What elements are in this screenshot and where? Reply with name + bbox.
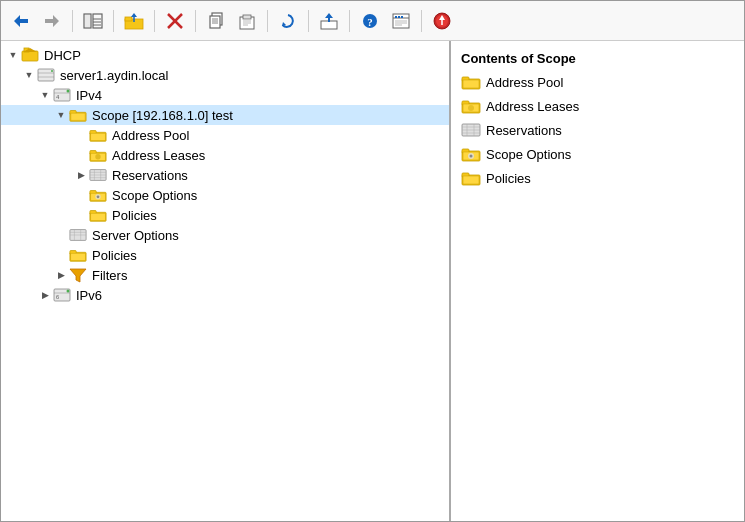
server-label: server1.aydin.local — [58, 67, 170, 84]
scope-options-icon — [89, 186, 107, 204]
content-pane: Contents of Scope Address Pool — [451, 41, 744, 521]
filters-icon — [69, 266, 87, 284]
content-item-policies[interactable]: Policies — [451, 166, 744, 190]
content-item-reservations[interactable]: Reservations — [451, 118, 744, 142]
delete-button[interactable] — [161, 7, 189, 35]
svg-point-87 — [67, 290, 70, 293]
tree-item-ipv4[interactable]: ▼ 4 IPv4 — [1, 85, 449, 105]
address-pool-label: Address Pool — [110, 127, 191, 144]
svg-text:6: 6 — [56, 294, 59, 300]
scope-label: Scope [192.168.1.0] test — [90, 107, 235, 124]
svg-point-50 — [67, 90, 70, 93]
window: ? — [0, 0, 745, 522]
svg-point-61 — [95, 154, 100, 159]
address-leases-icon — [89, 146, 107, 164]
server-options-icon — [69, 226, 87, 244]
svg-point-106 — [470, 155, 473, 158]
address-leases-label: Address Leases — [110, 147, 207, 164]
separator2 — [113, 10, 114, 32]
tree-item-ipv6[interactable]: ▶ 6 IPv6 — [1, 285, 449, 305]
copy-button[interactable] — [202, 7, 230, 35]
ipv4-label: IPv4 — [74, 87, 104, 104]
expander-ipv4[interactable]: ▼ — [37, 87, 53, 103]
ipv6-icon: 6 — [53, 286, 71, 304]
export-button[interactable] — [315, 7, 343, 35]
tree-item-address-pool[interactable]: ▶ Address Pool — [1, 125, 449, 145]
tree-item-reservations[interactable]: ▶ Reservations — [1, 165, 449, 185]
dhcp-label: DHCP — [42, 47, 83, 64]
svg-rect-4 — [85, 15, 90, 27]
tree-item-address-leases[interactable]: ▶ Address Leases — [1, 145, 449, 165]
tree-item-scope[interactable]: ▼ Scope [192.168.1.0] test — [1, 105, 449, 125]
svg-rect-3 — [93, 14, 102, 28]
svg-rect-41 — [22, 51, 38, 61]
tree-item-scope-policies[interactable]: ▶ Policies — [1, 205, 449, 225]
tree-item-filters[interactable]: ▶ Filters — [1, 265, 449, 285]
scope-icon — [69, 106, 87, 124]
content-reservations-icon — [461, 121, 481, 139]
tree-item-server-options[interactable]: ▶ Server Options — [1, 225, 449, 245]
tree-pane: ▼ DHCP ▼ — [1, 41, 451, 521]
svg-marker-0 — [14, 15, 28, 27]
content-header: Contents of Scope — [451, 45, 744, 70]
filters-label: Filters — [90, 267, 129, 284]
content-policies-label: Policies — [486, 171, 531, 186]
refresh-button[interactable] — [274, 7, 302, 35]
content-address-pool-label: Address Pool — [486, 75, 563, 90]
add-button[interactable] — [428, 7, 456, 35]
expander-dhcp[interactable]: ▼ — [5, 47, 21, 63]
tree-item-server[interactable]: ▼ server1.aydin.local — [1, 65, 449, 85]
ipv4-policies-label: Policies — [90, 247, 139, 264]
separator1 — [72, 10, 73, 32]
scope-options-label: Scope Options — [110, 187, 199, 204]
server-icon — [37, 66, 55, 84]
address-pool-icon — [89, 126, 107, 144]
content-policies-icon — [461, 169, 481, 187]
svg-rect-31 — [395, 16, 397, 18]
paste-button[interactable] — [233, 7, 261, 35]
expander-ipv6[interactable]: ▶ — [37, 287, 53, 303]
content-item-scope-options[interactable]: Scope Options — [451, 142, 744, 166]
separator8 — [421, 10, 422, 32]
content-address-pool-icon — [461, 73, 481, 91]
scope-policies-icon — [89, 206, 107, 224]
svg-rect-25 — [321, 21, 337, 29]
back-button[interactable] — [7, 7, 35, 35]
svg-rect-33 — [401, 16, 403, 18]
expander-filters[interactable]: ▶ — [53, 267, 69, 283]
tree-item-scope-options[interactable]: ▶ Scope Options — [1, 185, 449, 205]
separator5 — [267, 10, 268, 32]
tree-item-ipv4-policies[interactable]: ▶ Policies — [1, 245, 449, 265]
content-item-address-pool[interactable]: Address Pool — [451, 70, 744, 94]
separator4 — [195, 10, 196, 32]
svg-rect-75 — [91, 213, 105, 220]
help-button[interactable]: ? — [356, 7, 384, 35]
svg-text:?: ? — [367, 15, 373, 27]
properties-button[interactable] — [387, 7, 415, 35]
content-address-leases-label: Address Leases — [486, 99, 579, 114]
expander-server[interactable]: ▼ — [21, 67, 37, 83]
expander-reservations[interactable]: ▶ — [73, 167, 89, 183]
svg-point-47 — [51, 70, 53, 72]
content-address-leases-icon — [461, 97, 481, 115]
svg-rect-9 — [125, 17, 132, 21]
forward-button[interactable] — [38, 7, 66, 35]
svg-rect-109 — [463, 176, 479, 184]
svg-rect-20 — [243, 15, 251, 19]
svg-rect-83 — [71, 253, 85, 260]
svg-rect-54 — [71, 113, 85, 120]
server-options-label: Server Options — [90, 227, 181, 244]
separator6 — [308, 10, 309, 32]
content-item-address-leases[interactable]: Address Leases — [451, 94, 744, 118]
show-hide-button[interactable] — [79, 7, 107, 35]
dhcp-icon — [21, 46, 39, 64]
ipv4-icon: 4 — [53, 86, 71, 104]
expander-scope[interactable]: ▼ — [53, 107, 69, 123]
svg-marker-24 — [282, 22, 286, 26]
svg-marker-1 — [45, 15, 59, 27]
up-button[interactable] — [120, 7, 148, 35]
svg-marker-10 — [131, 13, 137, 17]
content-reservations-label: Reservations — [486, 123, 562, 138]
tree-item-dhcp[interactable]: ▼ DHCP — [1, 45, 449, 65]
svg-marker-84 — [70, 269, 86, 282]
